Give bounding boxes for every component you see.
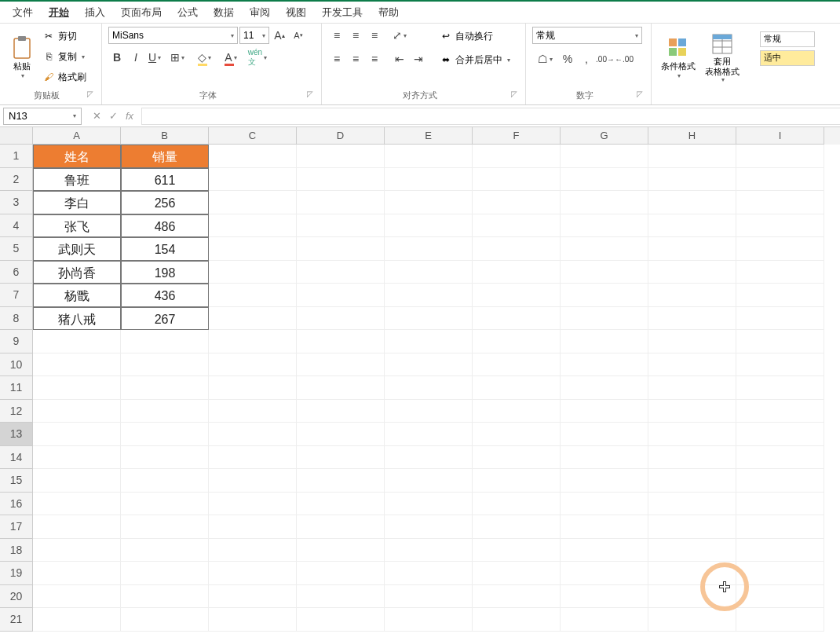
increase-indent-icon[interactable]: ⇥: [410, 50, 427, 68]
row-header[interactable]: 1: [0, 145, 33, 168]
cell[interactable]: [648, 608, 736, 632]
decrease-decimal-icon[interactable]: ←.00: [615, 50, 633, 68]
cell[interactable]: [33, 585, 121, 609]
decrease-indent-icon[interactable]: ⇤: [391, 50, 408, 68]
row-header[interactable]: 21: [0, 608, 33, 632]
cell[interactable]: 姓名: [33, 145, 121, 168]
cell[interactable]: [561, 469, 648, 493]
cell[interactable]: [209, 446, 297, 470]
cell[interactable]: [121, 608, 209, 632]
cell[interactable]: [648, 469, 736, 493]
cell[interactable]: [385, 608, 473, 632]
row-header[interactable]: 11: [0, 376, 33, 400]
menu-item-0[interactable]: 文件: [5, 2, 41, 23]
dialog-launcher-icon[interactable]: ◸: [307, 90, 313, 98]
cell[interactable]: [297, 376, 385, 400]
name-box[interactable]: N13▾: [3, 108, 82, 125]
cell[interactable]: [297, 191, 385, 214]
cell[interactable]: [561, 145, 648, 168]
menu-item-1[interactable]: 开始: [41, 2, 77, 23]
formula-input[interactable]: [141, 108, 840, 125]
cell[interactable]: [648, 376, 736, 400]
cell[interactable]: [209, 423, 297, 446]
cell[interactable]: [209, 168, 297, 192]
cell[interactable]: [209, 237, 297, 261]
cell[interactable]: [385, 493, 473, 516]
cell[interactable]: [473, 608, 561, 632]
cell[interactable]: [561, 237, 648, 261]
cell[interactable]: [736, 284, 824, 307]
cell[interactable]: [33, 353, 121, 377]
menu-item-5[interactable]: 数据: [206, 2, 242, 23]
cell[interactable]: [561, 585, 648, 609]
dialog-launcher-icon[interactable]: ◸: [87, 90, 93, 98]
cell[interactable]: [648, 261, 736, 284]
cell[interactable]: [33, 376, 121, 400]
row-header[interactable]: 4: [0, 214, 33, 238]
select-all-corner[interactable]: [0, 127, 33, 145]
cell[interactable]: [473, 237, 561, 261]
cell[interactable]: [648, 423, 736, 446]
increase-decimal-icon[interactable]: .00→: [597, 50, 614, 68]
menu-item-9[interactable]: 帮助: [371, 2, 407, 23]
menu-item-3[interactable]: 页面布局: [113, 2, 170, 23]
cell[interactable]: [473, 446, 561, 470]
cell[interactable]: [297, 330, 385, 353]
cell[interactable]: [33, 539, 121, 562]
cell[interactable]: [561, 168, 648, 192]
cell[interactable]: [648, 353, 736, 377]
cell[interactable]: 611: [121, 168, 209, 192]
cell[interactable]: [33, 493, 121, 516]
cell[interactable]: [473, 330, 561, 353]
cell[interactable]: [561, 493, 648, 516]
cell[interactable]: [121, 330, 209, 353]
cell[interactable]: [297, 515, 385, 539]
align-top-icon[interactable]: ≡: [328, 27, 345, 44]
cell[interactable]: [736, 261, 824, 284]
cell[interactable]: [297, 562, 385, 585]
format-as-table-button[interactable]: 套用 表格格式 ▾: [702, 27, 743, 88]
cell[interactable]: [736, 539, 824, 562]
cell[interactable]: 销量: [121, 145, 209, 168]
cell[interactable]: [209, 214, 297, 238]
cell[interactable]: [121, 539, 209, 562]
cell[interactable]: 鲁班: [33, 168, 121, 192]
cell[interactable]: [121, 469, 209, 493]
fx-icon[interactable]: fx: [122, 110, 137, 122]
cell[interactable]: [209, 284, 297, 307]
fill-color-button[interactable]: ◇▾: [192, 49, 217, 66]
cell[interactable]: [385, 515, 473, 539]
cell[interactable]: [209, 353, 297, 377]
cell[interactable]: [561, 284, 648, 307]
cell[interactable]: [473, 562, 561, 585]
cell[interactable]: [736, 400, 824, 423]
row-header[interactable]: 6: [0, 261, 33, 284]
cell[interactable]: [473, 145, 561, 168]
cell[interactable]: [648, 493, 736, 516]
row-header[interactable]: 15: [0, 469, 33, 493]
cell[interactable]: [385, 284, 473, 307]
copy-button[interactable]: ⎘ 复制 ▾: [41, 47, 88, 66]
cell[interactable]: [736, 330, 824, 353]
cell[interactable]: [209, 608, 297, 632]
column-header[interactable]: A: [33, 127, 121, 145]
cell[interactable]: [121, 515, 209, 539]
row-header[interactable]: 5: [0, 237, 33, 261]
cell[interactable]: [121, 423, 209, 446]
cell[interactable]: 256: [121, 191, 209, 214]
cell[interactable]: [33, 423, 121, 446]
cell[interactable]: [209, 191, 297, 214]
cell[interactable]: [385, 261, 473, 284]
cut-button[interactable]: ✂ 剪切: [41, 27, 88, 46]
cell-style-normal[interactable]: 常规: [760, 31, 815, 47]
cell[interactable]: [561, 539, 648, 562]
comma-icon[interactable]: ,: [578, 50, 595, 68]
cell[interactable]: [33, 515, 121, 539]
cell[interactable]: [561, 307, 648, 331]
cell[interactable]: 猪八戒: [33, 307, 121, 331]
cell[interactable]: [297, 353, 385, 377]
underline-button[interactable]: U▾: [146, 49, 163, 66]
font-size-combo[interactable]: 11▾: [239, 27, 269, 44]
cell[interactable]: [561, 261, 648, 284]
cell[interactable]: [385, 330, 473, 353]
